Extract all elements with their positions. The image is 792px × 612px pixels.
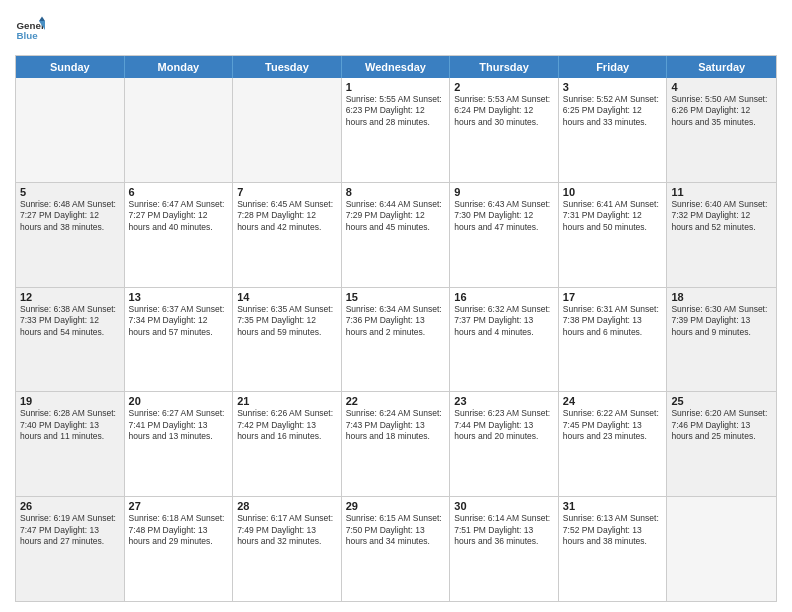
day-number: 29 <box>346 500 446 512</box>
day-number: 25 <box>671 395 772 407</box>
day-number: 23 <box>454 395 554 407</box>
day-info: Sunrise: 6:32 AM Sunset: 7:37 PM Dayligh… <box>454 304 554 338</box>
day-info: Sunrise: 6:13 AM Sunset: 7:52 PM Dayligh… <box>563 513 663 547</box>
calendar-cell: 11Sunrise: 6:40 AM Sunset: 7:32 PM Dayli… <box>667 183 776 287</box>
day-number: 22 <box>346 395 446 407</box>
calendar-cell: 21Sunrise: 6:26 AM Sunset: 7:42 PM Dayli… <box>233 392 342 496</box>
calendar-cell: 18Sunrise: 6:30 AM Sunset: 7:39 PM Dayli… <box>667 288 776 392</box>
day-number: 16 <box>454 291 554 303</box>
day-info: Sunrise: 6:37 AM Sunset: 7:34 PM Dayligh… <box>129 304 229 338</box>
day-info: Sunrise: 6:18 AM Sunset: 7:48 PM Dayligh… <box>129 513 229 547</box>
calendar-cell <box>16 78 125 182</box>
day-info: Sunrise: 6:40 AM Sunset: 7:32 PM Dayligh… <box>671 199 772 233</box>
day-info: Sunrise: 6:41 AM Sunset: 7:31 PM Dayligh… <box>563 199 663 233</box>
calendar-header-row: SundayMondayTuesdayWednesdayThursdayFrid… <box>16 56 776 78</box>
calendar-cell: 13Sunrise: 6:37 AM Sunset: 7:34 PM Dayli… <box>125 288 234 392</box>
calendar-cell <box>667 497 776 601</box>
calendar: SundayMondayTuesdayWednesdayThursdayFrid… <box>15 55 777 602</box>
calendar-cell: 4Sunrise: 5:50 AM Sunset: 6:26 PM Daylig… <box>667 78 776 182</box>
calendar-week-0: 1Sunrise: 5:55 AM Sunset: 6:23 PM Daylig… <box>16 78 776 183</box>
calendar-cell: 23Sunrise: 6:23 AM Sunset: 7:44 PM Dayli… <box>450 392 559 496</box>
day-info: Sunrise: 6:27 AM Sunset: 7:41 PM Dayligh… <box>129 408 229 442</box>
calendar-cell: 29Sunrise: 6:15 AM Sunset: 7:50 PM Dayli… <box>342 497 451 601</box>
day-info: Sunrise: 6:48 AM Sunset: 7:27 PM Dayligh… <box>20 199 120 233</box>
calendar-cell: 20Sunrise: 6:27 AM Sunset: 7:41 PM Dayli… <box>125 392 234 496</box>
day-number: 18 <box>671 291 772 303</box>
calendar-cell: 16Sunrise: 6:32 AM Sunset: 7:37 PM Dayli… <box>450 288 559 392</box>
logo: General Blue <box>15 15 45 45</box>
calendar-header-monday: Monday <box>125 56 234 78</box>
calendar-body: 1Sunrise: 5:55 AM Sunset: 6:23 PM Daylig… <box>16 78 776 601</box>
day-info: Sunrise: 6:14 AM Sunset: 7:51 PM Dayligh… <box>454 513 554 547</box>
calendar-cell: 26Sunrise: 6:19 AM Sunset: 7:47 PM Dayli… <box>16 497 125 601</box>
day-info: Sunrise: 6:47 AM Sunset: 7:27 PM Dayligh… <box>129 199 229 233</box>
calendar-cell <box>233 78 342 182</box>
day-info: Sunrise: 6:43 AM Sunset: 7:30 PM Dayligh… <box>454 199 554 233</box>
calendar-cell: 1Sunrise: 5:55 AM Sunset: 6:23 PM Daylig… <box>342 78 451 182</box>
calendar-week-1: 5Sunrise: 6:48 AM Sunset: 7:27 PM Daylig… <box>16 183 776 288</box>
day-number: 28 <box>237 500 337 512</box>
calendar-cell: 25Sunrise: 6:20 AM Sunset: 7:46 PM Dayli… <box>667 392 776 496</box>
day-number: 26 <box>20 500 120 512</box>
calendar-header-thursday: Thursday <box>450 56 559 78</box>
calendar-cell: 19Sunrise: 6:28 AM Sunset: 7:40 PM Dayli… <box>16 392 125 496</box>
day-info: Sunrise: 6:28 AM Sunset: 7:40 PM Dayligh… <box>20 408 120 442</box>
calendar-cell: 9Sunrise: 6:43 AM Sunset: 7:30 PM Daylig… <box>450 183 559 287</box>
day-number: 15 <box>346 291 446 303</box>
calendar-cell: 7Sunrise: 6:45 AM Sunset: 7:28 PM Daylig… <box>233 183 342 287</box>
day-info: Sunrise: 6:15 AM Sunset: 7:50 PM Dayligh… <box>346 513 446 547</box>
day-info: Sunrise: 5:50 AM Sunset: 6:26 PM Dayligh… <box>671 94 772 128</box>
day-number: 2 <box>454 81 554 93</box>
calendar-cell: 22Sunrise: 6:24 AM Sunset: 7:43 PM Dayli… <box>342 392 451 496</box>
calendar-header-friday: Friday <box>559 56 668 78</box>
day-info: Sunrise: 6:30 AM Sunset: 7:39 PM Dayligh… <box>671 304 772 338</box>
calendar-cell: 10Sunrise: 6:41 AM Sunset: 7:31 PM Dayli… <box>559 183 668 287</box>
calendar-cell: 30Sunrise: 6:14 AM Sunset: 7:51 PM Dayli… <box>450 497 559 601</box>
day-number: 4 <box>671 81 772 93</box>
day-number: 19 <box>20 395 120 407</box>
day-number: 24 <box>563 395 663 407</box>
day-number: 27 <box>129 500 229 512</box>
day-number: 12 <box>20 291 120 303</box>
day-number: 8 <box>346 186 446 198</box>
svg-text:Blue: Blue <box>17 30 39 41</box>
calendar-header-tuesday: Tuesday <box>233 56 342 78</box>
day-info: Sunrise: 5:55 AM Sunset: 6:23 PM Dayligh… <box>346 94 446 128</box>
day-info: Sunrise: 6:23 AM Sunset: 7:44 PM Dayligh… <box>454 408 554 442</box>
day-info: Sunrise: 6:26 AM Sunset: 7:42 PM Dayligh… <box>237 408 337 442</box>
calendar-cell: 24Sunrise: 6:22 AM Sunset: 7:45 PM Dayli… <box>559 392 668 496</box>
day-info: Sunrise: 6:24 AM Sunset: 7:43 PM Dayligh… <box>346 408 446 442</box>
page-container: General Blue SundayMondayTuesdayWednesda… <box>0 0 792 612</box>
day-number: 7 <box>237 186 337 198</box>
day-info: Sunrise: 6:45 AM Sunset: 7:28 PM Dayligh… <box>237 199 337 233</box>
day-info: Sunrise: 6:17 AM Sunset: 7:49 PM Dayligh… <box>237 513 337 547</box>
day-number: 6 <box>129 186 229 198</box>
day-number: 17 <box>563 291 663 303</box>
header: General Blue <box>15 15 777 45</box>
calendar-cell: 8Sunrise: 6:44 AM Sunset: 7:29 PM Daylig… <box>342 183 451 287</box>
calendar-cell: 28Sunrise: 6:17 AM Sunset: 7:49 PM Dayli… <box>233 497 342 601</box>
calendar-cell: 2Sunrise: 5:53 AM Sunset: 6:24 PM Daylig… <box>450 78 559 182</box>
day-info: Sunrise: 5:53 AM Sunset: 6:24 PM Dayligh… <box>454 94 554 128</box>
day-number: 11 <box>671 186 772 198</box>
day-info: Sunrise: 6:44 AM Sunset: 7:29 PM Dayligh… <box>346 199 446 233</box>
calendar-header-wednesday: Wednesday <box>342 56 451 78</box>
day-number: 20 <box>129 395 229 407</box>
calendar-cell: 27Sunrise: 6:18 AM Sunset: 7:48 PM Dayli… <box>125 497 234 601</box>
calendar-week-4: 26Sunrise: 6:19 AM Sunset: 7:47 PM Dayli… <box>16 497 776 601</box>
calendar-cell: 15Sunrise: 6:34 AM Sunset: 7:36 PM Dayli… <box>342 288 451 392</box>
day-number: 5 <box>20 186 120 198</box>
day-number: 31 <box>563 500 663 512</box>
day-number: 21 <box>237 395 337 407</box>
day-number: 30 <box>454 500 554 512</box>
day-info: Sunrise: 6:20 AM Sunset: 7:46 PM Dayligh… <box>671 408 772 442</box>
calendar-cell <box>125 78 234 182</box>
day-number: 1 <box>346 81 446 93</box>
calendar-cell: 6Sunrise: 6:47 AM Sunset: 7:27 PM Daylig… <box>125 183 234 287</box>
day-info: Sunrise: 6:31 AM Sunset: 7:38 PM Dayligh… <box>563 304 663 338</box>
calendar-cell: 14Sunrise: 6:35 AM Sunset: 7:35 PM Dayli… <box>233 288 342 392</box>
day-info: Sunrise: 6:35 AM Sunset: 7:35 PM Dayligh… <box>237 304 337 338</box>
day-number: 10 <box>563 186 663 198</box>
calendar-cell: 17Sunrise: 6:31 AM Sunset: 7:38 PM Dayli… <box>559 288 668 392</box>
calendar-week-3: 19Sunrise: 6:28 AM Sunset: 7:40 PM Dayli… <box>16 392 776 497</box>
